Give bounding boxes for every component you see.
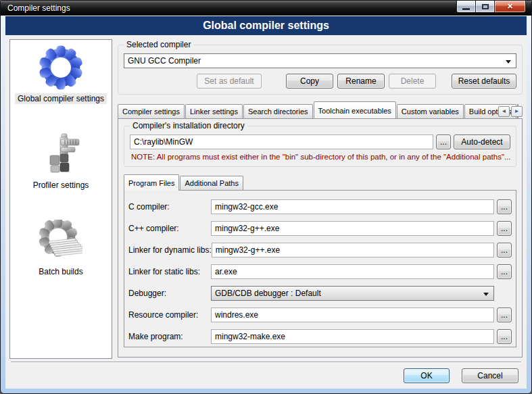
tab-compiler-settings[interactable]: Compiler settings (118, 104, 185, 118)
compiler-select-value: GNU GCC Compiler (128, 56, 201, 66)
selected-compiler-group-label: Selected compiler (124, 40, 193, 49)
tab-linker-settings[interactable]: Linker settings (185, 104, 243, 118)
copy-button[interactable]: Copy (286, 74, 333, 89)
cpp-compiler-browse-button[interactable]: ... (497, 221, 512, 236)
minimize-button[interactable] (456, 1, 476, 13)
scroll-left-icon: ◄ (502, 109, 507, 114)
cancel-button[interactable]: Cancel (462, 368, 518, 383)
sidebar-item-label: Batch builds (36, 266, 85, 277)
caption-buttons: ✕ (456, 1, 526, 13)
cpp-compiler-row: C++ compiler: ... (128, 221, 512, 236)
dialog-content: Global compiler settings Global compiler… (5, 16, 527, 389)
installation-note: NOTE: All programs must exist either in … (131, 153, 510, 161)
c-compiler-label: C compiler: (128, 202, 211, 212)
make-program-label: Make program: (128, 332, 211, 341)
sidebar-item-profiler-settings[interactable]: Profiler settings (30, 133, 92, 191)
installation-directory-input[interactable] (130, 134, 433, 149)
tab-additional-paths[interactable]: Additional Paths (180, 176, 243, 190)
resource-compiler-input[interactable] (211, 307, 494, 322)
debugger-select-value: GDB/CDB debugger : Default (215, 289, 321, 298)
window-title: Compiler settings (1, 3, 70, 13)
installation-directory-group: Compiler's installation directory ... Au… (124, 126, 516, 167)
sidebar-item-label: Profiler settings (30, 180, 92, 191)
compiler-settings-window: Compiler settings ✕ Global compiler sett… (0, 0, 532, 394)
set-as-default-button[interactable]: Set as default (197, 74, 262, 89)
dynamic-linker-input[interactable] (212, 243, 494, 257)
resource-compiler-row: Resource compiler: ... (128, 307, 512, 322)
cpp-compiler-input[interactable] (211, 221, 494, 236)
static-linker-label: Linker for static libs: (128, 267, 211, 276)
settings-category-list: Global compiler settings Profiler (9, 39, 112, 359)
scroll-right-icon: ► (514, 109, 520, 114)
resource-compiler-label: Resource compiler: (128, 310, 211, 320)
tab-scroll-left-button[interactable]: ◄ (498, 106, 510, 117)
tab-scrollers: ◄ ► (498, 106, 523, 117)
make-program-input[interactable] (211, 329, 494, 344)
sidebar-item-batch-builds[interactable]: Batch builds (36, 220, 85, 277)
program-files-panel: C compiler: ... C++ compiler: ... Linker… (124, 190, 516, 347)
page-title: Global compiler settings (5, 16, 527, 35)
c-compiler-browse-button[interactable]: ... (497, 199, 512, 214)
settings-tabstrip: Compiler settings Linker settings Search… (118, 101, 523, 118)
gray-gear-papers-icon (39, 220, 82, 263)
static-linker-row: Linker for static libs: ... (128, 264, 512, 279)
restore-icon (482, 4, 489, 9)
make-program-browse-button[interactable]: ... (497, 329, 512, 344)
reset-defaults-button[interactable]: Reset defaults (452, 74, 516, 89)
titlebar: Compiler settings ✕ (1, 1, 531, 16)
toolchain-executables-panel: Compiler's installation directory ... Au… (118, 118, 523, 358)
tab-program-files[interactable]: Program Files (124, 174, 179, 191)
dynamic-linker-label: Linker for dynamic libs: (128, 245, 212, 255)
cpp-compiler-label: C++ compiler: (128, 224, 211, 233)
sidebar-item-label: Global compiler settings (15, 93, 107, 104)
installation-directory-group-label: Compiler's installation directory (130, 121, 247, 130)
debugger-row: Debugger: GDB/CDB debugger : Default (128, 286, 512, 301)
static-linker-input[interactable] (211, 264, 494, 279)
blue-gear-icon (39, 45, 83, 90)
tab-scroll-right-button[interactable]: ► (511, 106, 523, 117)
restore-button[interactable] (476, 1, 495, 13)
footer: OK Cancel (5, 363, 527, 389)
sidebar-item-global-compiler-settings[interactable]: Global compiler settings (15, 45, 107, 104)
debugger-label: Debugger: (128, 289, 211, 298)
resource-compiler-browse-button[interactable]: ... (497, 307, 512, 322)
ok-button[interactable]: OK (404, 368, 450, 383)
rename-button[interactable]: Rename (337, 74, 385, 89)
compiler-select[interactable]: GNU GCC Compiler (124, 53, 516, 68)
dynamic-linker-row: Linker for dynamic libs: ... (128, 243, 512, 257)
make-program-row: Make program: ... (128, 329, 512, 344)
minimize-icon (462, 8, 470, 10)
c-compiler-row: C compiler: ... (128, 199, 512, 214)
c-compiler-input[interactable] (211, 199, 494, 214)
installation-directory-browse-button[interactable]: ... (436, 134, 451, 149)
auto-detect-button[interactable]: Auto-detect (454, 134, 510, 149)
tab-custom-variables[interactable]: Custom variables (397, 104, 464, 118)
selected-compiler-group: Selected compiler GNU GCC Compiler Set a… (118, 45, 523, 95)
caliper-icon (39, 133, 82, 176)
debugger-select[interactable]: GDB/CDB debugger : Default (211, 286, 494, 301)
tab-search-directories[interactable]: Search directories (243, 104, 313, 118)
tab-toolchain-executables[interactable]: Toolchain executables (314, 101, 396, 118)
dynamic-linker-browse-button[interactable]: ... (497, 243, 512, 257)
close-button[interactable]: ✕ (495, 1, 526, 13)
static-linker-browse-button[interactable]: ... (497, 264, 512, 279)
delete-button[interactable]: Delete (389, 74, 436, 89)
close-icon: ✕ (507, 2, 513, 11)
programs-tabstrip: Program Files Additional Paths (124, 174, 516, 190)
